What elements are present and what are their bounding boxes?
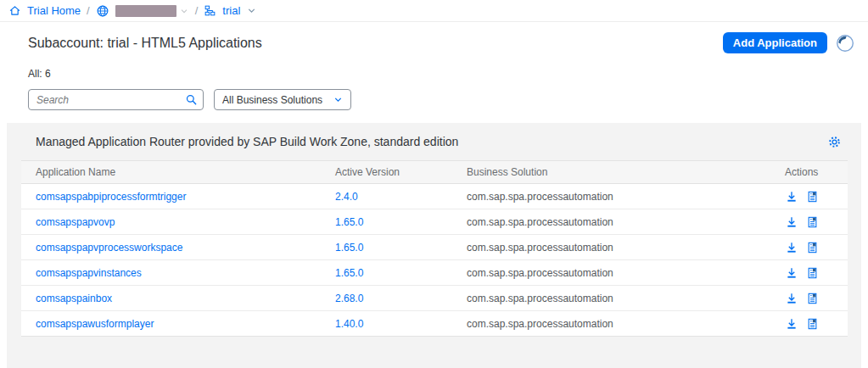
business-solution-filter-select[interactable]: All Business Solutions xyxy=(214,89,351,110)
add-application-button[interactable]: Add Application xyxy=(723,32,827,53)
chevron-down-icon[interactable] xyxy=(246,5,257,16)
header-badge-button[interactable] xyxy=(836,34,854,53)
business-solution-value: com.sap.spa.processautomation xyxy=(467,260,785,286)
download-icon xyxy=(785,241,798,254)
download-icon xyxy=(785,266,798,280)
application-details-button[interactable] xyxy=(806,190,819,204)
download-button[interactable] xyxy=(785,241,798,254)
download-icon xyxy=(785,292,798,305)
active-version-link[interactable]: 2.68.0 xyxy=(335,293,363,304)
chevron-down-icon[interactable] xyxy=(179,6,189,16)
items-count: All: 6 xyxy=(28,68,854,80)
application-details-button[interactable] xyxy=(806,241,819,254)
table-row: comsapspainbox 2.68.0 com.sap.spa.proces… xyxy=(21,286,848,311)
details-icon xyxy=(806,317,819,331)
home-icon xyxy=(8,4,21,17)
active-version-link[interactable]: 2.4.0 xyxy=(335,191,358,203)
download-icon xyxy=(785,317,798,331)
applications-table: Application Name Active Version Business… xyxy=(21,160,848,337)
table-row: comsapspawusformplayer 1.40.0 com.sap.sp… xyxy=(21,311,848,337)
table-title: Managed Application Router provided by S… xyxy=(36,135,458,148)
application-name-link[interactable]: comsapspapvinstances xyxy=(36,267,142,279)
redacted-global-account-name[interactable] xyxy=(115,5,176,17)
download-button[interactable] xyxy=(785,292,798,305)
column-header-actions: Actions xyxy=(785,161,848,184)
download-button[interactable] xyxy=(785,266,798,280)
active-version-link[interactable]: 1.65.0 xyxy=(335,242,363,254)
circle-arc-icon xyxy=(836,34,854,53)
application-details-button[interactable] xyxy=(806,292,819,305)
details-icon xyxy=(806,190,819,204)
details-icon xyxy=(806,215,819,229)
gear-icon xyxy=(827,135,842,149)
subaccount-icon xyxy=(204,4,216,17)
business-solution-value: com.sap.spa.processautomation xyxy=(467,184,785,209)
table-row: comsapspapvinstances 1.65.0 com.sap.spa.… xyxy=(21,260,848,286)
table-row: comsapspapvprocessworkspace 1.65.0 com.s… xyxy=(21,235,848,260)
breadcrumb-subaccount-link[interactable]: trial xyxy=(222,4,240,17)
search-icon[interactable] xyxy=(185,93,198,106)
details-icon xyxy=(806,266,819,280)
application-name-link[interactable]: comsapspabpiprocessformtrigger xyxy=(36,191,186,203)
column-header-business-solution: Business Solution xyxy=(467,161,785,184)
business-solution-filter-value: All Business Solutions xyxy=(222,94,322,106)
application-details-button[interactable] xyxy=(806,215,819,229)
search-input[interactable] xyxy=(28,89,204,110)
breadcrumb-separator: / xyxy=(195,4,199,17)
search-box xyxy=(28,89,204,110)
page-header: Subaccount: trial - HTML5 Applications A… xyxy=(0,22,868,123)
table-row: comsapspabpiprocessformtrigger 2.4.0 com… xyxy=(21,184,848,209)
download-button[interactable] xyxy=(785,317,798,331)
details-icon xyxy=(806,241,819,254)
table-header-row: Application Name Active Version Business… xyxy=(21,161,848,184)
active-version-link[interactable]: 1.65.0 xyxy=(335,216,363,228)
breadcrumb: Trial Home / / trial xyxy=(0,0,868,22)
page-title: Subaccount: trial - HTML5 Applications xyxy=(28,36,262,51)
business-solution-value: com.sap.spa.processautomation xyxy=(467,311,785,337)
table-settings-button[interactable] xyxy=(827,135,842,149)
active-version-link[interactable]: 1.40.0 xyxy=(335,318,363,330)
applications-panel: Managed Application Router provided by S… xyxy=(7,123,861,368)
application-name-link[interactable]: comsapspainbox xyxy=(36,293,112,304)
download-icon xyxy=(785,215,798,229)
chevron-down-icon xyxy=(333,94,344,105)
business-solution-value: com.sap.spa.processautomation xyxy=(467,209,785,235)
application-name-link[interactable]: comsapspapvovp xyxy=(36,216,115,228)
application-name-link[interactable]: comsapspapvprocessworkspace xyxy=(36,242,182,254)
application-name-link[interactable]: comsapspawusformplayer xyxy=(36,318,154,330)
breadcrumb-separator: / xyxy=(87,4,90,17)
breadcrumb-trial-home-link[interactable]: Trial Home xyxy=(27,4,81,17)
details-icon xyxy=(806,292,819,305)
column-header-active-version: Active Version xyxy=(335,161,467,184)
column-header-application-name: Application Name xyxy=(21,161,335,184)
global-account-icon xyxy=(96,4,109,18)
business-solution-value: com.sap.spa.processautomation xyxy=(467,286,785,311)
download-icon xyxy=(785,190,798,204)
business-solution-value: com.sap.spa.processautomation xyxy=(467,235,785,260)
download-button[interactable] xyxy=(785,215,798,229)
table-row: comsapspapvovp 1.65.0 com.sap.spa.proces… xyxy=(21,209,848,235)
application-details-button[interactable] xyxy=(806,266,819,280)
application-details-button[interactable] xyxy=(806,317,819,331)
active-version-link[interactable]: 1.65.0 xyxy=(335,267,363,279)
download-button[interactable] xyxy=(785,190,798,204)
